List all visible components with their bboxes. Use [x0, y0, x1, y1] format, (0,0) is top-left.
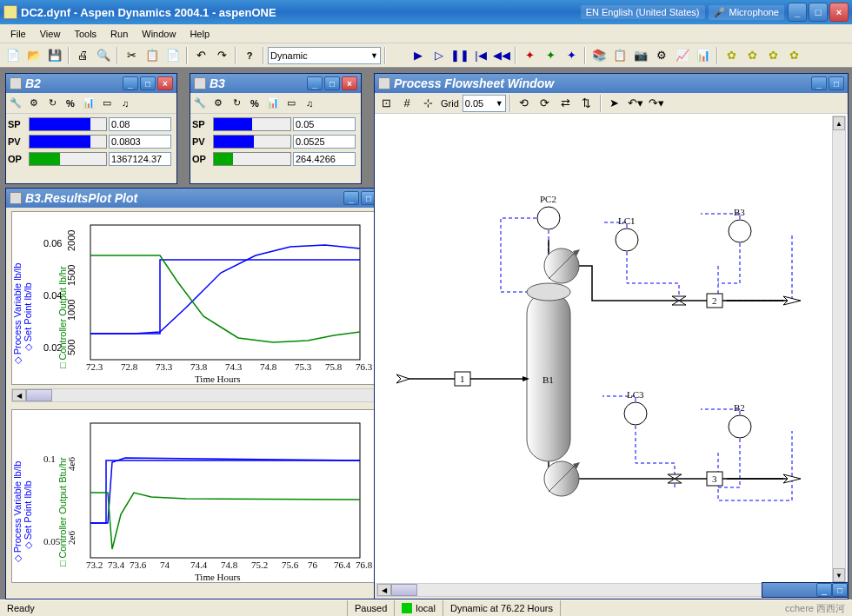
- upper-plot[interactable]: ◇ Process Variable lb/lb ◇ Set Point lb/…: [11, 211, 376, 385]
- plot-button[interactable]: 📊: [264, 95, 282, 112]
- sp-bar[interactable]: [213, 117, 291, 131]
- explorer-button[interactable]: 📚: [589, 46, 609, 65]
- b3-minimize-button[interactable]: _: [307, 76, 323, 90]
- maximize-button[interactable]: □: [832, 583, 848, 597]
- undo-tool[interactable]: ↶▾: [626, 94, 645, 113]
- upper-plot-hscroll[interactable]: ◀ ▶: [11, 388, 390, 402]
- rotate-left-button[interactable]: ⟲: [515, 94, 534, 113]
- op-bar[interactable]: [29, 152, 107, 166]
- auto-button[interactable]: ↻: [43, 95, 61, 112]
- chart-button[interactable]: 📊: [694, 46, 713, 65]
- microphone-indicator[interactable]: 🎤Microphone: [709, 5, 784, 20]
- menu-view[interactable]: View: [33, 27, 68, 41]
- tool-button-6[interactable]: ✿: [742, 46, 762, 65]
- b3-maximize-button[interactable]: □: [324, 76, 340, 90]
- pointer-tool[interactable]: ➤: [605, 94, 624, 113]
- plot-minimize-button[interactable]: _: [343, 191, 359, 205]
- pc2-controller[interactable]: [537, 207, 560, 229]
- config-button[interactable]: ⚙: [210, 95, 227, 112]
- b2-maximize-button[interactable]: □: [140, 76, 156, 90]
- tool-button-1[interactable]: ✦: [520, 46, 539, 65]
- grid-tool[interactable]: #: [397, 94, 416, 113]
- lc3-controller[interactable]: [624, 402, 647, 425]
- plot-titlebar[interactable]: B3.ResultsPlot Plot _ □ ×: [6, 189, 397, 208]
- lc1-controller[interactable]: [616, 229, 638, 251]
- run-button[interactable]: ▶: [409, 46, 428, 65]
- flowsheet-titlebar[interactable]: Process Flowsheet Window _ □: [375, 74, 848, 93]
- paste-button[interactable]: 📄: [163, 46, 183, 65]
- whatsthis-button[interactable]: ?: [240, 46, 259, 65]
- menu-window[interactable]: Window: [135, 27, 183, 41]
- b3-controller[interactable]: [729, 220, 751, 242]
- op-value[interactable]: 264.4266: [293, 152, 356, 166]
- maximize-button[interactable]: □: [809, 3, 828, 22]
- tool-button-3[interactable]: ✦: [562, 46, 581, 65]
- auto-button[interactable]: ↻: [228, 95, 245, 112]
- print-button[interactable]: 🖨: [73, 46, 92, 65]
- plot-button[interactable]: 📈: [673, 46, 692, 65]
- tune-button[interactable]: 🔧: [191, 95, 209, 112]
- minimize-button[interactable]: _: [788, 3, 807, 22]
- flowsheet-vscroll[interactable]: ▲ ▼: [832, 116, 846, 583]
- undo-button[interactable]: ↶: [191, 46, 210, 65]
- grid-size-combo[interactable]: 0.05 ▼: [463, 95, 506, 112]
- op-value[interactable]: 1367124.37: [109, 152, 171, 166]
- rewind-start-button[interactable]: |◀: [471, 46, 490, 65]
- pause-button[interactable]: ❚❚: [450, 46, 469, 65]
- feed-arrow-icon[interactable]: [396, 374, 409, 383]
- sp-bar[interactable]: [29, 117, 107, 131]
- tool-button-2[interactable]: ✦: [541, 46, 560, 65]
- menu-help[interactable]: Help: [183, 27, 216, 41]
- percent-button[interactable]: %: [62, 95, 79, 112]
- config-button[interactable]: ⚙: [25, 95, 43, 112]
- tool-button-7[interactable]: ✿: [763, 46, 782, 65]
- scroll-thumb[interactable]: [391, 584, 417, 596]
- select-tool[interactable]: ⊡: [376, 94, 396, 113]
- scroll-up-icon[interactable]: ▲: [833, 116, 845, 130]
- faceplate-button[interactable]: ▭: [283, 95, 300, 112]
- snapshot-button[interactable]: 📷: [631, 46, 650, 65]
- b2-titlebar[interactable]: B2 _ □ ×: [6, 74, 176, 93]
- scroll-left-icon[interactable]: ◀: [12, 389, 26, 401]
- redo-tool[interactable]: ↷▾: [647, 94, 666, 113]
- flowsheet-maximize-button[interactable]: □: [829, 76, 844, 90]
- faceplate-button[interactable]: ▭: [98, 95, 116, 112]
- run-mode-combo[interactable]: Dynamic ▼: [268, 47, 381, 64]
- minimized-window[interactable]: _ □: [762, 582, 849, 598]
- scroll-down-icon[interactable]: ▼: [833, 568, 845, 582]
- step-button[interactable]: ▷: [429, 46, 449, 65]
- flip-h-button[interactable]: ⇄: [556, 94, 576, 113]
- menu-file[interactable]: File: [3, 27, 33, 41]
- new-button[interactable]: 📄: [3, 46, 23, 65]
- tool-button-4[interactable]: ⚙: [652, 46, 671, 65]
- b2-controller[interactable]: [729, 415, 751, 438]
- music-button[interactable]: ♫: [301, 95, 318, 112]
- scroll-thumb[interactable]: [26, 389, 52, 401]
- messages-button[interactable]: 📋: [610, 46, 629, 65]
- flowsheet-canvas[interactable]: 1 2 3: [375, 114, 848, 583]
- cut-button[interactable]: ✂: [122, 46, 141, 65]
- sp-value[interactable]: 0.08: [109, 117, 171, 131]
- scroll-left-icon[interactable]: ◀: [377, 584, 391, 596]
- close-button[interactable]: ×: [829, 3, 849, 22]
- flip-v-button[interactable]: ⇅: [577, 94, 596, 113]
- rewind-button[interactable]: ◀◀: [492, 46, 511, 65]
- print-preview-button[interactable]: 🔍: [94, 46, 113, 65]
- menu-run[interactable]: Run: [103, 27, 135, 41]
- snap-tool[interactable]: ⊹: [418, 94, 437, 113]
- b2-close-button[interactable]: ×: [157, 76, 173, 90]
- b2-minimize-button[interactable]: _: [123, 76, 138, 90]
- tool-button-5[interactable]: ✿: [722, 46, 741, 65]
- language-indicator[interactable]: EN English (United States): [581, 5, 705, 19]
- open-button[interactable]: 📂: [24, 46, 43, 65]
- sp-value[interactable]: 0.05: [293, 117, 356, 131]
- b3-titlebar[interactable]: B3 _ □ ×: [190, 74, 361, 93]
- music-button[interactable]: ♫: [116, 95, 134, 112]
- lower-plot[interactable]: ◇ Process Variable lb/lb ◇ Set Point lb/…: [11, 409, 376, 583]
- op-bar[interactable]: [213, 152, 291, 166]
- tool-button-8[interactable]: ✿: [784, 46, 803, 65]
- redo-button[interactable]: ↷: [212, 46, 231, 65]
- restore-button[interactable]: _: [816, 583, 832, 597]
- rotate-right-button[interactable]: ⟳: [536, 94, 555, 113]
- percent-button[interactable]: %: [246, 95, 263, 112]
